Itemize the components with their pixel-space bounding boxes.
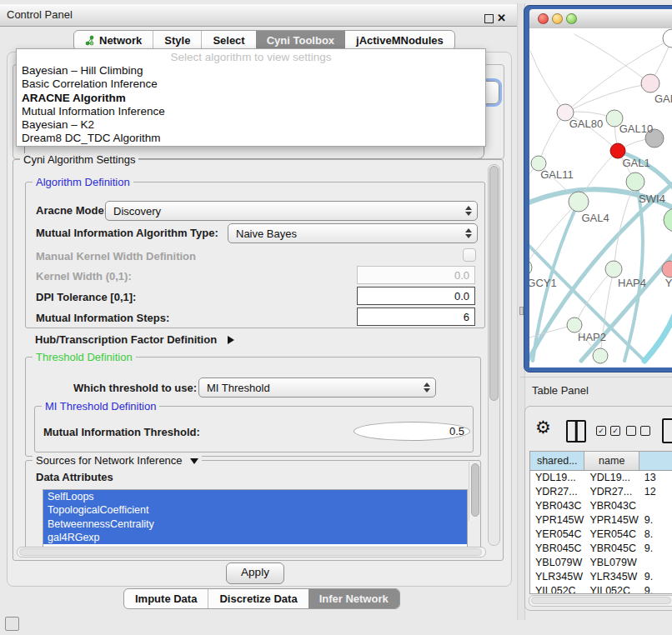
table-cell: YBL079W xyxy=(530,556,584,570)
node-swi4-small[interactable] xyxy=(626,172,644,191)
tab-discretize-data[interactable]: Discretize Data xyxy=(208,589,308,608)
document-icon[interactable] xyxy=(662,418,672,443)
settings-horizontal-scrollbar[interactable] xyxy=(17,547,486,558)
close-panel-icon[interactable]: ✕ xyxy=(497,8,506,29)
which-threshold-select[interactable]: MI Threshold xyxy=(198,378,436,398)
tab-impute-data[interactable]: Impute Data xyxy=(124,589,208,608)
collapsed-panel-icon[interactable] xyxy=(5,617,19,631)
mi-threshold-group: MI Threshold Definition Mutual Informati… xyxy=(34,406,474,452)
splitter-handle[interactable] xyxy=(519,307,524,315)
algorithm-option-dream8-dc-tdc-algorithm[interactable]: Dream8 DC_TDC Algorithm xyxy=(17,132,485,145)
column-header-shared[interactable]: shared... xyxy=(530,452,584,470)
table-panel-title: Table Panel xyxy=(532,384,589,397)
table-panel: ⚙ ✓✓ shared...name YDL19...YDL19...13YDR… xyxy=(524,406,672,611)
sources-title-text: Sources for Network Inference xyxy=(36,454,183,467)
tab-select[interactable]: Select xyxy=(201,31,255,50)
mi-steps-input[interactable] xyxy=(357,308,475,326)
table-row[interactable]: YBL079WYBL079W xyxy=(530,556,672,570)
sources-group: Sources for Network Inference Data Attri… xyxy=(25,460,481,548)
node-gal-pink[interactable] xyxy=(641,74,659,92)
node-bottom[interactable] xyxy=(593,348,608,363)
node-top[interactable] xyxy=(663,29,672,48)
close-window-icon[interactable] xyxy=(538,13,549,24)
tab-label: jActiveMNodules xyxy=(356,31,444,50)
node-swi4-big[interactable] xyxy=(664,208,672,232)
kernel-width-label: Kernel Width (0,1): xyxy=(36,270,132,282)
select-all-icon[interactable]: ✓✓ xyxy=(596,426,620,436)
algorithm-option-bayesian-hill-climbing[interactable]: Bayesian – Hill Climbing xyxy=(17,64,485,78)
table-horizontal-scrollbar[interactable] xyxy=(529,595,672,607)
table-cell: YER054C xyxy=(584,528,639,542)
stepper-arrows-icon xyxy=(465,228,472,238)
table-cell: YIL052C xyxy=(584,584,639,594)
cyni-algorithm-settings-group: Cyni Algorithm Settings Algorithm Defini… xyxy=(13,159,504,561)
tab-jactivemnodules[interactable]: jActiveMNodules xyxy=(345,31,454,50)
collapsed-arrow-icon xyxy=(228,336,234,344)
mi-type-select[interactable]: Naive Bayes xyxy=(228,223,478,243)
table-body: YDL19...YDL19...13YDR27...YDR27...12YBR0… xyxy=(530,471,672,594)
manual-kernel-label: Manual Kernel Width Definition xyxy=(36,250,196,262)
table-row[interactable]: YDL19...YDL19...13 xyxy=(530,471,672,485)
tab-infer-network[interactable]: Infer Network xyxy=(308,589,399,608)
node-gcy1[interactable] xyxy=(529,259,532,276)
aracne-mode-select[interactable]: Discovery xyxy=(105,201,478,221)
node-attribute-table[interactable]: shared...name YDL19...YDL19...13YDR27...… xyxy=(529,451,672,594)
algorithm-option-basic-correlation-inference[interactable]: Basic Correlation Inference xyxy=(17,78,485,91)
expanded-arrow-icon xyxy=(190,458,198,464)
cyni-bottom-tabbar: Impute DataDiscretize DataInfer Network xyxy=(123,588,400,609)
float-panel-icon[interactable] xyxy=(484,14,494,23)
attribute-item-topologicalcoefficient[interactable]: TopologicalCoefficient xyxy=(43,503,467,517)
kernel-width-input[interactable] xyxy=(357,266,475,284)
data-attributes-list[interactable]: SelfLoopsTopologicalCoefficientBetweenne… xyxy=(43,489,468,548)
data-attributes-label: Data Attributes xyxy=(36,471,113,483)
threshold-definition-group: Threshold Definition Which threshold to … xyxy=(25,357,481,457)
network-canvas[interactable]: GALGAL80GAL10GAL1GAL11SWI4GAL4GCY1HAP4YH… xyxy=(529,28,672,368)
attribute-item-gal4rgexp[interactable]: gal4RGexp xyxy=(43,531,467,544)
hub-definition-toggle[interactable]: Hub/Transcription Factor Definition xyxy=(35,332,234,347)
network-icon xyxy=(85,35,95,46)
algorithm-option-aracne-algorithm[interactable]: ARACNE Algorithm xyxy=(17,92,485,105)
table-row[interactable]: YPR145WYPR145W9. xyxy=(530,513,672,528)
algorithm-option-mutual-information-inference[interactable]: Mutual Information Inference xyxy=(17,105,485,118)
table-row[interactable]: YDR27...YDR27...12 xyxy=(530,485,672,499)
columns-icon[interactable] xyxy=(566,420,586,442)
attribute-item-selfloops[interactable]: SelfLoops xyxy=(43,490,467,503)
deselect-all-icon[interactable] xyxy=(626,426,650,436)
zoom-window-icon[interactable] xyxy=(566,13,577,24)
table-cell: YLR345W xyxy=(584,570,639,584)
minimize-window-icon[interactable] xyxy=(552,13,563,24)
table-row[interactable]: YER054CYER054C8. xyxy=(530,528,672,542)
network-edge xyxy=(565,83,650,112)
manual-kernel-checkbox[interactable] xyxy=(463,248,476,262)
table-row[interactable]: YBR045CYBR045C9. xyxy=(530,542,672,556)
tab-cyni-toolbox[interactable]: Cyni Toolbox xyxy=(256,31,345,50)
dpi-tolerance-input[interactable] xyxy=(357,287,475,305)
network-window-titlebar[interactable] xyxy=(529,9,672,29)
attributes-scrollbar[interactable] xyxy=(469,462,479,521)
node-hap4[interactable] xyxy=(605,261,622,278)
algorithm-dropdown-list: Bayesian – Hill ClimbingBasic Correlatio… xyxy=(17,64,485,146)
attribute-item-betweennesscentrality[interactable]: BetweennessCentrality xyxy=(43,518,467,531)
table-row[interactable]: YIL052CYIL052C9. xyxy=(530,584,672,594)
control-panel-title: Control Panel xyxy=(7,4,73,26)
network-view-window[interactable]: GALGAL80GAL10GAL1GAL11SWI4GAL4GCY1HAP4YH… xyxy=(524,5,672,372)
sources-group-title[interactable]: Sources for Network Inference xyxy=(33,454,202,467)
network-edge xyxy=(530,51,565,112)
column-header-col2[interactable] xyxy=(639,452,672,470)
tab-style[interactable]: Style xyxy=(153,31,201,50)
tab-network[interactable]: Network xyxy=(74,31,153,50)
node-label-gal10: GAL10 xyxy=(619,122,653,135)
table-row[interactable]: YBR043CYBR043C xyxy=(530,499,672,513)
apply-button[interactable]: Apply xyxy=(226,562,284,584)
table-row[interactable]: YLR345WYLR345W9. xyxy=(530,570,672,584)
control-panel-titlebar: Control Panel ✕ xyxy=(0,3,517,27)
mi-threshold-input[interactable] xyxy=(354,422,470,441)
column-header-name[interactable]: name xyxy=(584,452,639,470)
node-gal4[interactable] xyxy=(569,192,589,212)
node-label-gal4: GAL4 xyxy=(581,212,609,224)
network-edge xyxy=(529,202,579,268)
table-header-row: shared...name xyxy=(530,452,672,471)
algorithm-option-bayesian-k2[interactable]: Bayesian – K2 xyxy=(17,118,485,132)
gear-icon[interactable]: ⚙ xyxy=(535,418,551,438)
settings-vertical-scrollbar[interactable] xyxy=(488,164,500,546)
